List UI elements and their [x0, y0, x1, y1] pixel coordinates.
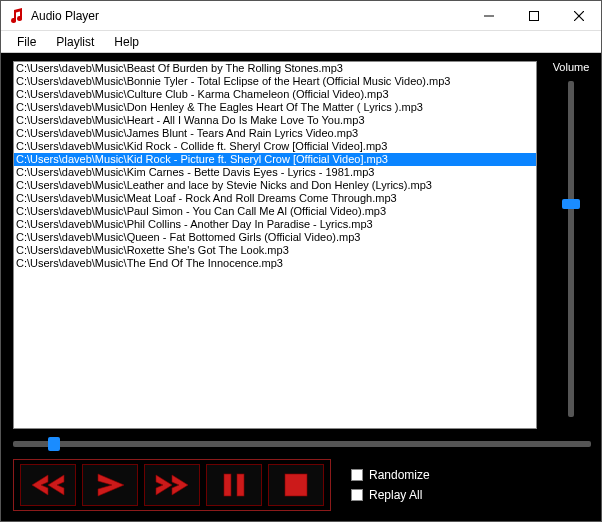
playlist-item[interactable]: C:\Users\daveb\Music\The End Of The Inno… [14, 257, 536, 270]
playlist-item[interactable]: C:\Users\daveb\Music\Leather and lace by… [14, 179, 536, 192]
replay-option[interactable]: Replay All [351, 488, 430, 502]
volume-label: Volume [553, 61, 590, 73]
playlist-item[interactable]: C:\Users\daveb\Music\Kid Rock - Picture … [14, 153, 536, 166]
menu-file[interactable]: File [7, 33, 46, 51]
playlist[interactable]: C:\Users\daveb\Music\Beast Of Burden by … [13, 61, 537, 429]
playlist-item[interactable]: C:\Users\daveb\Music\Beast Of Burden by … [14, 62, 536, 75]
window-title: Audio Player [31, 9, 466, 23]
transport-buttons [13, 459, 331, 511]
playlist-item[interactable]: C:\Users\daveb\Music\Meat Loaf - Rock An… [14, 192, 536, 205]
playlist-item[interactable]: C:\Users\daveb\Music\Queen - Fat Bottome… [14, 231, 536, 244]
svg-rect-4 [224, 474, 231, 496]
playlist-item[interactable]: C:\Users\daveb\Music\Phil Collins - Anot… [14, 218, 536, 231]
minimize-button[interactable] [466, 1, 511, 30]
next-button[interactable] [144, 464, 200, 506]
app-window: Audio Player File Playlist Help C:\Users… [0, 0, 602, 522]
playlist-item[interactable]: C:\Users\daveb\Music\James Blunt - Tears… [14, 127, 536, 140]
playlist-item[interactable]: C:\Users\daveb\Music\Kid Rock - Collide … [14, 140, 536, 153]
pause-button[interactable] [206, 464, 262, 506]
seek-slider[interactable] [13, 441, 591, 447]
menubar: File Playlist Help [1, 31, 601, 53]
volume-thumb[interactable] [562, 199, 580, 209]
replay-label: Replay All [369, 488, 422, 502]
playlist-item[interactable]: C:\Users\daveb\Music\Roxette She's Got T… [14, 244, 536, 257]
randomize-checkbox[interactable] [351, 469, 363, 481]
seek-thumb[interactable] [48, 437, 60, 451]
app-body: C:\Users\daveb\Music\Beast Of Burden by … [1, 53, 601, 521]
playlist-item[interactable]: C:\Users\daveb\Music\Don Henley & The Ea… [14, 101, 536, 114]
svg-rect-6 [285, 474, 307, 496]
randomize-label: Randomize [369, 468, 430, 482]
replay-checkbox[interactable] [351, 489, 363, 501]
playlist-item[interactable]: C:\Users\daveb\Music\Heart - All I Wanna… [14, 114, 536, 127]
stop-button[interactable] [268, 464, 324, 506]
previous-button[interactable] [20, 464, 76, 506]
volume-slider[interactable] [568, 81, 574, 417]
controls-row: Randomize Replay All [13, 459, 591, 511]
volume-column: Volume [551, 61, 591, 429]
close-button[interactable] [556, 1, 601, 30]
maximize-button[interactable] [511, 1, 556, 30]
app-icon [9, 8, 25, 24]
playlist-item[interactable]: C:\Users\daveb\Music\Bonnie Tyler - Tota… [14, 75, 536, 88]
playlist-item[interactable]: C:\Users\daveb\Music\Culture Club - Karm… [14, 88, 536, 101]
menu-help[interactable]: Help [104, 33, 149, 51]
svg-rect-5 [237, 474, 244, 496]
titlebar[interactable]: Audio Player [1, 1, 601, 31]
options: Randomize Replay All [351, 468, 430, 502]
playlist-item[interactable]: C:\Users\daveb\Music\Kim Carnes - Bette … [14, 166, 536, 179]
playlist-item[interactable]: C:\Users\daveb\Music\Paul Simon - You Ca… [14, 205, 536, 218]
svg-rect-1 [529, 11, 538, 20]
menu-playlist[interactable]: Playlist [46, 33, 104, 51]
randomize-option[interactable]: Randomize [351, 468, 430, 482]
upper-pane: C:\Users\daveb\Music\Beast Of Burden by … [13, 61, 591, 429]
play-button[interactable] [82, 464, 138, 506]
